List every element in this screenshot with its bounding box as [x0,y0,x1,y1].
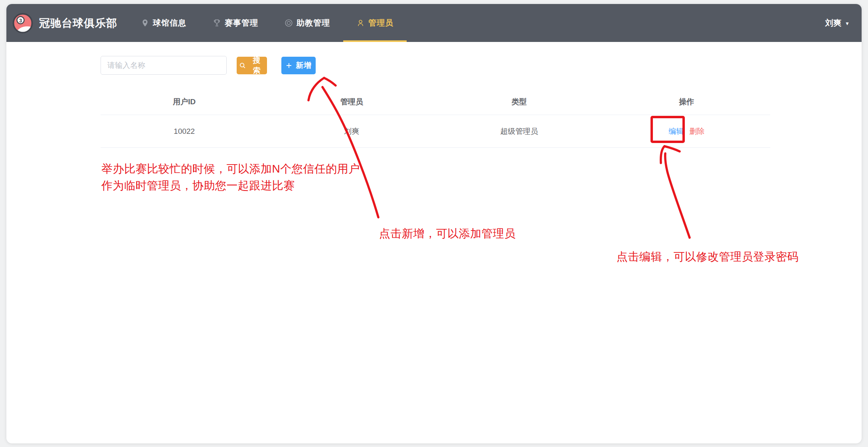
search-icon [239,62,246,69]
nav-item-administrators[interactable]: 管理员 [343,4,407,42]
nav-item-coach-management[interactable]: 助教管理 [271,4,343,42]
annotation-arrowhead-edit [661,146,680,163]
nav-label: 球馆信息 [153,18,186,28]
nav-label: 赛事管理 [225,18,258,28]
column-header-admin: 管理员 [268,89,436,115]
top-navbar: 3 冠驰台球俱乐部 球馆信息 赛事管理 [6,4,862,42]
cell-user-id: 10022 [101,115,268,147]
add-button[interactable]: 新增 [281,57,316,74]
table-header-row: 用户ID 管理员 类型 操作 [101,89,770,115]
nav-label: 助教管理 [297,18,330,28]
chevron-down-icon: ▼ [845,21,850,26]
search-input[interactable] [101,56,227,75]
annotation-add-hint: 点击新增，可以添加管理员 [379,226,516,241]
location-pin-icon [141,19,149,27]
user-name: 刘爽 [825,18,841,28]
billiard-ball-logo-icon: 3 [12,12,34,34]
admins-table: 用户ID 管理员 类型 操作 10022 刘爽 超级管理员 编辑 删除 [101,89,770,148]
search-button[interactable]: 搜索 [237,57,267,74]
column-header-actions: 操作 [603,89,771,115]
person-icon [356,19,365,27]
column-header-user-id: 用户ID [101,89,268,115]
app-window: 3 冠驰台球俱乐部 球馆信息 赛事管理 [6,4,862,443]
cell-type: 超级管理员 [435,115,603,147]
annotation-edit-hint: 点击编辑，可以修改管理员登录密码 [617,249,799,264]
cell-admin-name: 刘爽 [268,115,436,147]
main-nav: 球馆信息 赛事管理 助教管理 [128,4,407,42]
delete-link[interactable]: 删除 [689,126,704,137]
column-header-type: 类型 [435,89,603,115]
trophy-icon [213,19,221,27]
add-button-label: 新增 [296,60,312,71]
user-menu[interactable]: 刘爽 ▼ [825,18,850,28]
annotation-note-line2: 作为临时管理员，协助您一起跟进比赛 [101,177,360,194]
nav-label: 管理员 [368,18,393,28]
cell-actions: 编辑 删除 [603,115,771,147]
plus-icon [285,62,293,69]
table-row: 10022 刘爽 超级管理员 编辑 删除 [101,115,770,148]
brand: 3 冠驰台球俱乐部 [12,12,117,34]
nav-item-event-management[interactable]: 赛事管理 [200,4,271,42]
ball-number: 3 [19,17,22,23]
brand-title: 冠驰台球俱乐部 [39,16,117,30]
annotation-note-line1: 举办比赛比较忙的时候，可以添加N个您信任的用户 [101,161,360,177]
annotation-arrow-to-edit-link [665,153,690,238]
annotation-note-paragraph: 举办比赛比较忙的时候，可以添加N个您信任的用户 作为临时管理员，协助您一起跟进比… [101,161,360,194]
edit-link[interactable]: 编辑 [668,126,684,137]
coach-badge-icon [285,19,293,27]
search-button-label: 搜索 [249,55,265,76]
nav-item-venue-info[interactable]: 球馆信息 [128,4,200,42]
